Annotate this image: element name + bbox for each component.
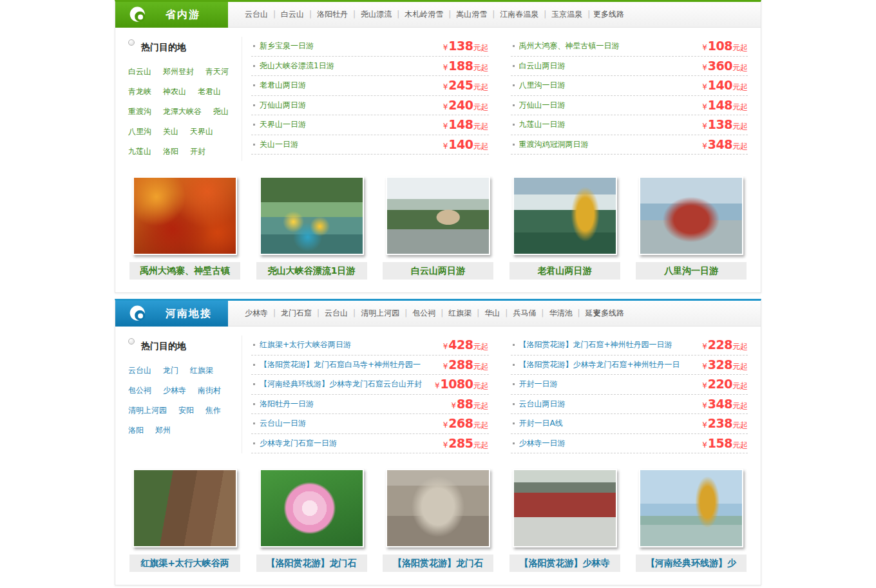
tour-link[interactable]: 【河南经典环线游】少林寺龙门石窟云台山开封: [260, 379, 431, 390]
price-amount: 328: [708, 357, 732, 372]
destination-tag[interactable]: 开封: [190, 147, 205, 156]
nav-destination-link[interactable]: 嵩山滑雪: [456, 10, 500, 19]
tag-row: 清明上河园安阳焦作: [128, 400, 242, 420]
tour-link[interactable]: 万仙山两日游: [260, 100, 439, 111]
nav-destination-link[interactable]: 红旗渠: [448, 308, 484, 318]
tour-link[interactable]: 新乡宝泉一日游: [260, 41, 439, 52]
nav-destination-link[interactable]: 华清池: [549, 308, 585, 318]
nav-destination-link[interactable]: 木札岭滑雪: [405, 10, 456, 19]
nav-destination-link[interactable]: 华山: [484, 308, 513, 318]
tour-link[interactable]: 开封一日A线: [519, 418, 699, 429]
tour-card[interactable]: 老君山两日游: [509, 176, 620, 280]
destination-tag[interactable]: 郑州: [155, 426, 171, 435]
destination-tag[interactable]: 白云山: [128, 67, 151, 76]
destination-tag[interactable]: 神农山: [163, 87, 186, 96]
tour-photo: [260, 176, 364, 255]
tour-card[interactable]: 【河南经典环线游】少: [636, 469, 747, 572]
tour-link[interactable]: 天界山一日游: [260, 119, 439, 130]
destination-tag[interactable]: 清明上河园: [128, 406, 167, 415]
nav-destination-link[interactable]: 云台山: [245, 10, 281, 19]
destination-tag[interactable]: 龙门: [163, 366, 178, 375]
tour-card-caption: 禹州大鸿寨、神垕古镇: [129, 262, 240, 280]
bullet-icon: [513, 144, 515, 146]
destination-tag[interactable]: 关山: [163, 127, 178, 136]
nav-destination-link[interactable]: 洛阳牡丹: [317, 10, 361, 19]
nav-destination-link[interactable]: 尧山漂流: [361, 10, 405, 19]
destination-tag[interactable]: 天界山: [190, 127, 213, 136]
tour-card[interactable]: 【洛阳赏花游】龙门石: [256, 469, 367, 572]
destination-tag[interactable]: 云台山: [128, 366, 151, 375]
tour-column-right: 禹州大鸿寨、神垕古镇一日游 ¥108元起 白云山两日游 ¥360元起 八里沟一日: [502, 37, 761, 161]
more-routes-link[interactable]: 更多线路: [593, 308, 624, 319]
tour-link[interactable]: 八里沟一日游: [519, 80, 699, 91]
tour-link[interactable]: 万仙山一日游: [519, 100, 699, 111]
destination-tag[interactable]: 重渡沟: [128, 107, 151, 116]
tour-link[interactable]: 【洛阳赏花游】少林寺龙门石窟+神州牡丹一日: [519, 359, 699, 370]
tour-price: ¥348元起: [702, 397, 748, 412]
tour-link[interactable]: 少林寺龙门石窟一日游: [260, 438, 439, 449]
tour-card[interactable]: 禹州大鸿寨、神垕古镇: [129, 176, 240, 280]
destination-tag[interactable]: 郑州登封: [163, 67, 194, 76]
destination-tag[interactable]: 龙潭大峡谷: [163, 107, 202, 116]
tour-column-left: 红旗渠+太行大峡谷两日游 ¥428元起 【洛阳赏花游】龙门石窟白马寺+神州牡丹园…: [242, 336, 502, 453]
destination-tag[interactable]: 尧山: [213, 107, 229, 116]
destination-tag[interactable]: 八里沟: [128, 127, 151, 136]
henan-local-tab[interactable]: 河南地接: [115, 301, 228, 327]
yen-symbol: ¥: [702, 421, 707, 430]
tour-link[interactable]: 九莲山一日游: [519, 119, 699, 130]
tour-link[interactable]: 老君山两日游: [260, 80, 439, 91]
tour-card[interactable]: 【洛阳赏花游】龙门石: [383, 469, 493, 572]
bullet-icon: [513, 383, 515, 385]
nav-destination-link[interactable]: 江南春温泉: [500, 10, 551, 19]
destination-tag[interactable]: 洛阳: [163, 147, 178, 156]
nav-destination-link[interactable]: 兵马俑: [513, 308, 549, 318]
section-title: 省内游: [166, 8, 200, 22]
tour-link[interactable]: 开封一日游: [519, 379, 699, 390]
section-nav: 少林寺龙门石窟云台山清明上河园包公祠红旗渠华山兵马俑华清池延安 更多线路: [228, 301, 761, 327]
destination-tag[interactable]: 青天河: [205, 67, 229, 76]
destination-tag[interactable]: 红旗渠: [190, 366, 213, 375]
nav-destination-link[interactable]: 云台山: [325, 308, 361, 318]
nav-destination-link[interactable]: 少林寺: [245, 308, 281, 318]
nav-destination-link[interactable]: 玉京温泉: [551, 10, 595, 19]
destination-tag[interactable]: 包公祠: [128, 386, 151, 395]
tour-card[interactable]: 【洛阳赏花游】少林寺: [509, 469, 620, 572]
price-amount: 348: [708, 137, 732, 151]
tour-link[interactable]: 关山一日游: [260, 139, 439, 150]
tour-row: 万仙山一日游 ¥148元起: [511, 96, 748, 116]
featured-tour-cards: 禹州大鸿寨、神垕古镇 尧山大峡谷漂流1日游 白云山两日游 老君山两日游: [115, 166, 761, 292]
tour-card[interactable]: 红旗渠+太行大峡谷两: [129, 469, 240, 572]
destination-tag[interactable]: 洛阳: [128, 426, 144, 435]
nav-destination-link[interactable]: 白云山: [281, 10, 317, 19]
tour-link[interactable]: 云台山一日游: [260, 418, 439, 429]
more-routes-link[interactable]: 更多线路: [593, 9, 624, 20]
destination-tag[interactable]: 南街村: [198, 386, 221, 395]
nav-destination-link[interactable]: 清明上河园: [361, 308, 412, 318]
tour-link[interactable]: 尧山大峡谷漂流1日游: [260, 61, 439, 71]
destination-tag[interactable]: 九莲山: [128, 147, 151, 156]
tour-card[interactable]: 白云山两日游: [383, 176, 493, 280]
tour-card[interactable]: 尧山大峡谷漂流1日游: [256, 176, 367, 280]
tour-link[interactable]: 【洛阳赏花游】龙门石窟+神州牡丹园一日游: [519, 339, 699, 350]
destination-tag[interactable]: 青龙峡: [128, 87, 151, 96]
tour-link[interactable]: 少林寺一日游: [519, 438, 699, 449]
province-tours-tab[interactable]: 省内游: [115, 2, 228, 28]
tour-link[interactable]: 云台山两日游: [519, 399, 699, 410]
destination-tag[interactable]: 安阳: [178, 406, 194, 415]
nav-destination-link[interactable]: 包公祠: [412, 308, 448, 318]
tour-price: ¥140元起: [702, 78, 748, 93]
tour-link[interactable]: 红旗渠+太行大峡谷两日游: [260, 339, 439, 350]
bullet-icon: [253, 65, 255, 67]
destination-tag[interactable]: 少林寺: [163, 386, 186, 395]
tour-row: 云台山两日游 ¥348元起: [511, 395, 748, 415]
tour-link[interactable]: 洛阳牡丹一日游: [260, 399, 447, 410]
nav-destination-link[interactable]: 龙门石窟: [281, 308, 325, 318]
tour-card[interactable]: 八里沟一日游: [636, 176, 747, 280]
tour-link[interactable]: 禹州大鸿寨、神垕古镇一日游: [519, 41, 699, 52]
destination-tag[interactable]: 老君山: [198, 87, 221, 96]
tour-link[interactable]: 白云山两日游: [519, 61, 699, 71]
tour-link[interactable]: 【洛阳赏花游】龙门石窟白马寺+神州牡丹园一: [260, 359, 439, 370]
destination-tag[interactable]: 焦作: [205, 406, 221, 415]
tour-row: 洛阳牡丹一日游 ¥88元起: [251, 395, 489, 415]
tour-link[interactable]: 重渡沟鸡冠洞两日游: [519, 139, 699, 150]
